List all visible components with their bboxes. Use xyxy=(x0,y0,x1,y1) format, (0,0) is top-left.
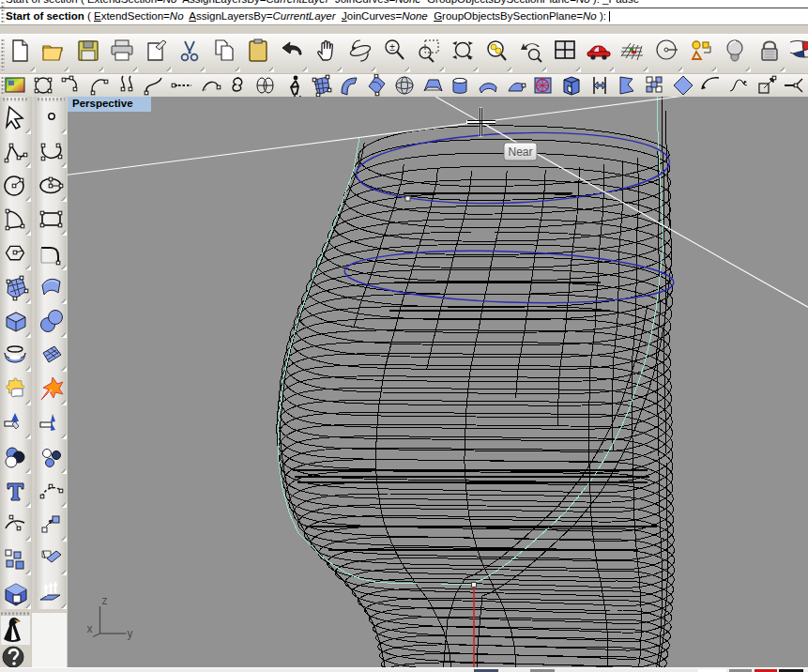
svg-text:±: ± xyxy=(389,42,395,53)
svg-text:y: y xyxy=(128,627,133,640)
svg-text:x: x xyxy=(87,622,93,635)
svg-text:Near: Near xyxy=(508,145,532,159)
svg-text:z: z xyxy=(102,594,108,607)
